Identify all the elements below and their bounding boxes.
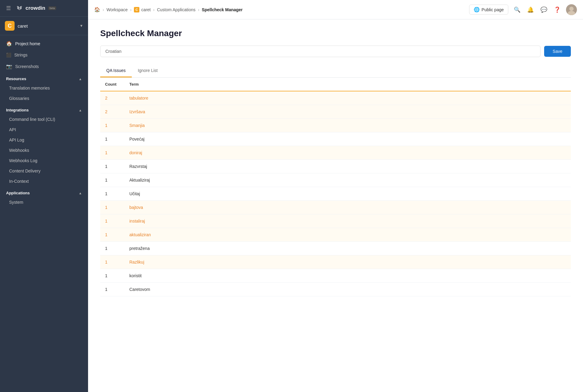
glossaries-label: Glossaries xyxy=(9,96,29,101)
integrations-toggle-icon: ▲ xyxy=(79,108,82,112)
language-select[interactable]: Croatian xyxy=(100,46,540,57)
term-cell[interactable]: bajtova xyxy=(124,201,571,214)
table-row: 1doniraj xyxy=(100,146,571,160)
sidebar-item-api[interactable]: API xyxy=(0,124,88,135)
home-breadcrumb-icon[interactable]: 🏠 xyxy=(94,7,100,12)
term-cell[interactable]: doniraj xyxy=(124,146,571,160)
integrations-section-header[interactable]: Integrations ▲ xyxy=(0,104,88,114)
table-row: 2tabulatore xyxy=(100,91,571,105)
api-label: API xyxy=(9,127,16,132)
sidebar-item-cli[interactable]: Command line tool (CLI) xyxy=(0,114,88,124)
sidebar-item-glossaries[interactable]: Glossaries xyxy=(0,93,88,104)
sidebar-item-content-delivery[interactable]: Content Delivery xyxy=(0,166,88,176)
term-cell[interactable]: Povećaj xyxy=(124,132,571,146)
caret-icon: C xyxy=(134,7,139,12)
sidebar-item-strings[interactable]: ⬛ Strings xyxy=(0,49,88,60)
count-header: Count xyxy=(100,78,124,91)
chevron-down-icon: ▼ xyxy=(80,24,83,28)
tab-ignore-list[interactable]: Ignore List xyxy=(132,64,164,77)
topbar-actions: 🌐 Public page 🔍 🔔 💬 ❓ xyxy=(469,4,577,15)
term-cell[interactable]: instaliraj xyxy=(124,214,571,228)
avatar-image xyxy=(566,4,577,15)
term-cell[interactable]: koristit xyxy=(124,269,571,283)
webhooks-label: Webhooks xyxy=(9,148,29,153)
sidebar-item-system[interactable]: System xyxy=(0,197,88,207)
sidebar-item-translation-memories[interactable]: Translation memories xyxy=(0,83,88,93)
public-page-button[interactable]: 🌐 Public page xyxy=(469,5,508,15)
breadcrumb-caret-container: C caret xyxy=(134,7,151,12)
breadcrumb-custom-applications[interactable]: Custom Applications xyxy=(157,7,196,12)
integrations-label: Integrations xyxy=(6,108,29,112)
breadcrumb-workspace[interactable]: Workspace xyxy=(107,7,128,12)
count-cell: 1 xyxy=(100,242,124,255)
count-cell: 1 xyxy=(100,255,124,269)
term-cell[interactable]: aktualiziran xyxy=(124,228,571,242)
save-button[interactable]: Save xyxy=(544,46,571,57)
term-cell[interactable]: Učitaj xyxy=(124,187,571,201)
term-header: Term xyxy=(124,78,571,91)
applications-label: Applications xyxy=(6,191,30,195)
search-button[interactable]: 🔍 xyxy=(513,5,522,14)
resources-section-header[interactable]: Resources ▲ xyxy=(0,72,88,83)
sidebar-item-webhooks-log[interactable]: Webhooks Log xyxy=(0,155,88,166)
term-cell[interactable]: pretražena xyxy=(124,242,571,255)
sidebar-item-in-context[interactable]: In-Context xyxy=(0,176,88,186)
table-row: 1bajtova xyxy=(100,201,571,214)
sidebar-item-api-log[interactable]: API Log xyxy=(0,135,88,145)
strings-label: Strings xyxy=(14,53,28,57)
hamburger-button[interactable]: ☰ xyxy=(5,4,12,13)
table-row: 1Caretovom xyxy=(100,283,571,296)
term-cell[interactable]: tabulatore xyxy=(124,91,571,105)
term-cell[interactable]: Caretovom xyxy=(124,283,571,296)
term-cell[interactable]: Razlikuj xyxy=(124,255,571,269)
tab-qa-issues[interactable]: QA Issues xyxy=(100,64,132,77)
count-cell: 2 xyxy=(100,91,124,105)
globe-icon: 🌐 xyxy=(474,7,480,12)
count-cell: 1 xyxy=(100,283,124,296)
sidebar-item-screenshots[interactable]: 📷 Screenshots xyxy=(0,60,88,72)
notifications-button[interactable]: 🔔 xyxy=(526,5,535,14)
workspace-selector[interactable]: C caret ▼ xyxy=(0,17,88,35)
breadcrumb-sep-0: › xyxy=(103,7,104,12)
table-row: 2Izvršava xyxy=(100,105,571,119)
count-cell: 2 xyxy=(100,105,124,119)
content-delivery-label: Content Delivery xyxy=(9,169,41,173)
sidebar-item-project-home[interactable]: 🏠 Project home xyxy=(0,38,88,49)
strings-icon: ⬛ xyxy=(6,53,11,57)
term-cell[interactable]: Izvršava xyxy=(124,105,571,119)
sidebar-item-webhooks[interactable]: Webhooks xyxy=(0,145,88,155)
table-row: 1pretražena xyxy=(100,242,571,255)
count-cell: 1 xyxy=(100,214,124,228)
user-avatar[interactable] xyxy=(566,4,577,15)
main-area: 🏠 › Workspace › C caret › Custom Applica… xyxy=(88,0,583,392)
term-cell[interactable]: Aktualiziraj xyxy=(124,173,571,187)
help-button[interactable]: ❓ xyxy=(553,5,562,14)
table-row: 1aktualiziran xyxy=(100,228,571,242)
tabs: QA Issues Ignore List xyxy=(100,64,571,78)
term-cell[interactable]: Razvrstaj xyxy=(124,160,571,173)
count-cell: 1 xyxy=(100,201,124,214)
breadcrumb-caret[interactable]: caret xyxy=(141,7,151,12)
count-cell: 1 xyxy=(100,119,124,132)
in-context-label: In-Context xyxy=(9,179,29,184)
table-row: 1Aktualiziraj xyxy=(100,173,571,187)
breadcrumb: 🏠 › Workspace › C caret › Custom Applica… xyxy=(94,7,467,12)
crowdin-owl-icon xyxy=(15,4,24,12)
screenshots-icon: 📷 xyxy=(6,63,12,69)
svg-point-5 xyxy=(18,8,19,8)
count-cell: 1 xyxy=(100,132,124,146)
table-row: 1Razlikuj xyxy=(100,255,571,269)
page-content: Spellcheck Manager Croatian Save QA Issu… xyxy=(88,19,583,392)
workspace-icon: C xyxy=(5,21,15,31)
public-page-label: Public page xyxy=(482,7,504,12)
applications-toggle-icon: ▲ xyxy=(79,191,82,195)
screenshots-label: Screenshots xyxy=(15,64,39,69)
resources-toggle-icon: ▲ xyxy=(79,77,82,81)
chat-button[interactable]: 💬 xyxy=(539,5,548,14)
table-row: 1Učitaj xyxy=(100,187,571,201)
applications-section-header[interactable]: Applications ▲ xyxy=(0,186,88,197)
term-cell[interactable]: Smanjia xyxy=(124,119,571,132)
count-cell: 1 xyxy=(100,269,124,283)
api-log-label: API Log xyxy=(9,138,24,142)
language-bar: Croatian Save xyxy=(100,46,571,57)
